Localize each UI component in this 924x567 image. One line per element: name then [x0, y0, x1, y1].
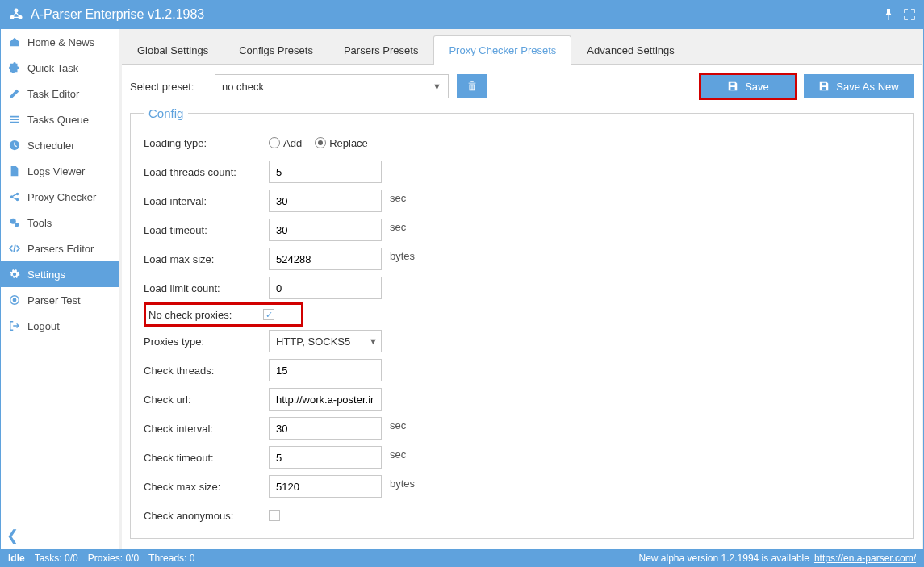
no-check-proxies-checkbox[interactable]: ✓	[263, 309, 274, 320]
sidebar-item-task-editor[interactable]: Task Editor	[0, 81, 119, 106]
tab-global-settings[interactable]: Global Settings	[122, 35, 224, 65]
sidebar-item-scheduler[interactable]: Scheduler	[0, 132, 119, 158]
radio-checked-icon	[315, 137, 326, 148]
check-max-size-input[interactable]	[269, 475, 382, 498]
status-tasks: Tasks: 0/0	[35, 552, 78, 564]
load-interval-row: Load interval: sec	[144, 186, 905, 215]
loading-type-row: Loading type: Add Replace	[144, 128, 905, 157]
check-threads-input[interactable]	[269, 359, 382, 381]
preset-select-value: no check	[222, 81, 264, 93]
load-timeout-row: Load timeout: sec	[144, 215, 905, 244]
load-max-size-input[interactable]	[269, 248, 382, 270]
check-max-size-unit: bytes	[390, 477, 415, 490]
config-legend: Config	[144, 106, 188, 120]
svg-point-0	[15, 9, 19, 13]
app-logo-icon	[8, 6, 24, 23]
load-interval-label: Load interval:	[144, 195, 269, 207]
chevron-down-icon: ▼	[369, 336, 378, 346]
pencil-icon	[8, 87, 21, 100]
sidebar-item-label: Scheduler	[27, 140, 75, 152]
status-bar: Idle Tasks: 0/0 Proxies: 0/0 Threads: 0 …	[0, 549, 924, 567]
status-link[interactable]: https://en.a-parser.com/	[814, 552, 916, 564]
check-timeout-row: Check timeout: sec	[144, 443, 905, 472]
signout-icon	[8, 319, 21, 332]
no-check-proxies-label: No check proxies:	[148, 309, 263, 321]
app-header: A-Parser Enterprise v1.2.1983	[0, 0, 924, 29]
tab-configs-presets[interactable]: Configs Presets	[224, 35, 328, 65]
check-interval-unit: sec	[390, 419, 406, 432]
status-threads: Threads: 0	[148, 552, 194, 564]
sidebar-item-tasks-queue[interactable]: Tasks Queue	[0, 106, 119, 132]
load-interval-input[interactable]	[269, 190, 382, 212]
chevron-down-icon: ▼	[433, 81, 441, 91]
loading-type-label: Loading type:	[144, 137, 269, 149]
sidebar-item-settings[interactable]: Settings	[0, 261, 119, 287]
check-interval-input[interactable]	[269, 417, 382, 440]
sidebar-item-logout[interactable]: Logout	[0, 313, 119, 339]
proxies-type-label: Proxies type:	[144, 336, 269, 348]
clock-icon	[8, 139, 21, 152]
proxies-type-select[interactable]: HTTP, SOCKS5 ▼	[269, 330, 382, 352]
gears-icon	[8, 216, 21, 229]
tabs-bar: Global Settings Configs Presets Parsers …	[122, 35, 922, 65]
check-anonymous-label: Check anonymous:	[144, 510, 269, 522]
load-limit-count-label: Load limit count:	[144, 282, 269, 294]
puzzle-icon	[8, 61, 21, 74]
load-max-size-label: Load max size:	[144, 253, 269, 265]
save-as-new-button-label: Save As New	[836, 81, 898, 93]
config-fieldset: Config Loading type: Add Replace	[130, 106, 914, 539]
list-icon	[8, 113, 21, 126]
load-threads-count-input[interactable]	[269, 161, 382, 183]
check-threads-label: Check threads:	[144, 365, 269, 377]
loading-type-replace-radio[interactable]: Replace	[315, 137, 368, 149]
status-proxies: Proxies: 0/0	[88, 552, 139, 564]
delete-preset-button[interactable]	[457, 74, 487, 98]
load-limit-count-row: Load limit count:	[144, 273, 905, 302]
tab-parsers-presets[interactable]: Parsers Presets	[328, 35, 433, 65]
loading-type-add-radio[interactable]: Add	[269, 137, 302, 149]
svg-point-8	[15, 223, 19, 227]
toolbar: Select preset: no check ▼ Save Save As N…	[122, 65, 922, 106]
sidebar-item-parsers-editor[interactable]: Parsers Editor	[0, 236, 119, 261]
save-as-new-button[interactable]: Save As New	[804, 74, 914, 98]
tab-proxy-checker-presets[interactable]: Proxy Checker Presets	[433, 35, 571, 65]
sidebar-item-proxy-checker[interactable]: Proxy Checker	[0, 184, 119, 210]
check-interval-label: Check interval:	[144, 423, 269, 435]
sidebar-item-label: Tasks Queue	[27, 114, 89, 126]
sidebar-item-label: Logout	[27, 320, 60, 332]
load-interval-unit: sec	[390, 192, 406, 204]
check-timeout-input[interactable]	[269, 446, 382, 469]
save-icon	[818, 81, 830, 92]
sidebar-item-parser-test[interactable]: Parser Test	[0, 287, 119, 313]
load-limit-count-input[interactable]	[269, 277, 382, 299]
check-url-row: Check url:	[144, 385, 905, 414]
sidebar: Home & News Quick Task Task Editor Tasks…	[0, 29, 119, 549]
tab-advanced-settings[interactable]: Advanced Settings	[571, 35, 689, 65]
sidebar-collapse-icon[interactable]: ❮	[0, 522, 119, 549]
svg-point-7	[10, 219, 16, 224]
sidebar-item-tools[interactable]: Tools	[0, 210, 119, 236]
preset-select[interactable]: no check ▼	[215, 74, 449, 98]
load-timeout-input[interactable]	[269, 219, 382, 241]
check-interval-row: Check interval: sec	[144, 414, 905, 443]
sidebar-item-quick-task[interactable]: Quick Task	[0, 55, 119, 81]
check-timeout-unit: sec	[390, 448, 406, 461]
loading-type-radiogroup: Add Replace	[269, 137, 368, 149]
proxies-type-value: HTTP, SOCKS5	[276, 336, 350, 348]
pin-icon[interactable]	[882, 8, 895, 21]
load-threads-count-row: Load threads count:	[144, 157, 905, 186]
app-title: A-Parser Enterprise v1.2.1983	[31, 7, 874, 22]
check-url-label: Check url:	[144, 394, 269, 406]
check-anonymous-row: Check anonymous:	[144, 501, 905, 530]
save-button[interactable]: Save	[700, 74, 796, 98]
check-anonymous-checkbox[interactable]	[269, 510, 280, 521]
svg-point-5	[16, 193, 19, 196]
sidebar-item-logs-viewer[interactable]: Logs Viewer	[0, 158, 119, 184]
proxies-type-row: Proxies type: HTTP, SOCKS5 ▼	[144, 327, 905, 356]
sidebar-item-label: Settings	[27, 269, 65, 281]
sidebar-item-home-news[interactable]: Home & News	[0, 29, 119, 55]
load-max-size-unit: bytes	[390, 250, 415, 262]
check-url-input[interactable]	[269, 388, 382, 411]
fullscreen-icon[interactable]	[903, 8, 916, 21]
no-check-proxies-row: No check proxies: ✓	[144, 302, 303, 327]
